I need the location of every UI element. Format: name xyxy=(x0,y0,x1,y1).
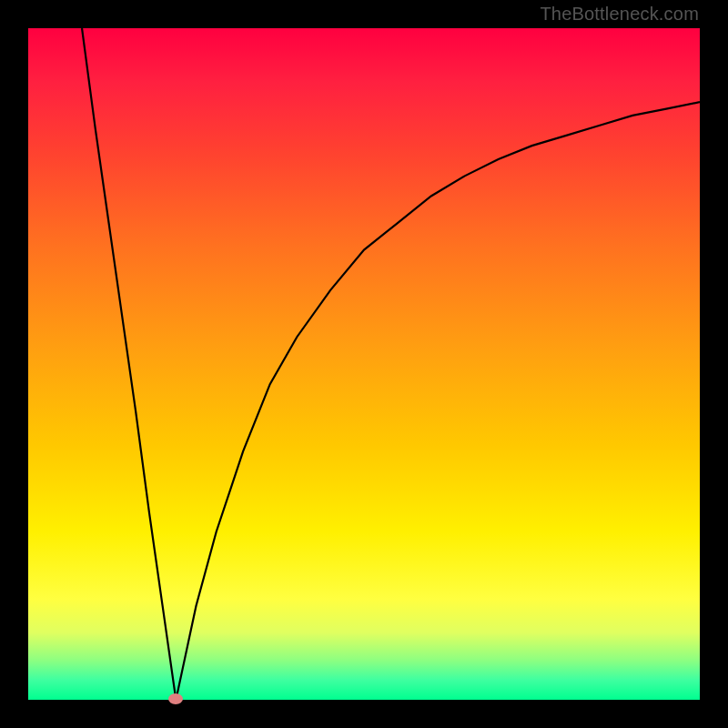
minimum-marker xyxy=(168,693,183,704)
watermark-text: TheBottleneck.com xyxy=(540,4,699,25)
chart-plot-area xyxy=(28,28,700,700)
bottleneck-curve xyxy=(28,28,700,700)
